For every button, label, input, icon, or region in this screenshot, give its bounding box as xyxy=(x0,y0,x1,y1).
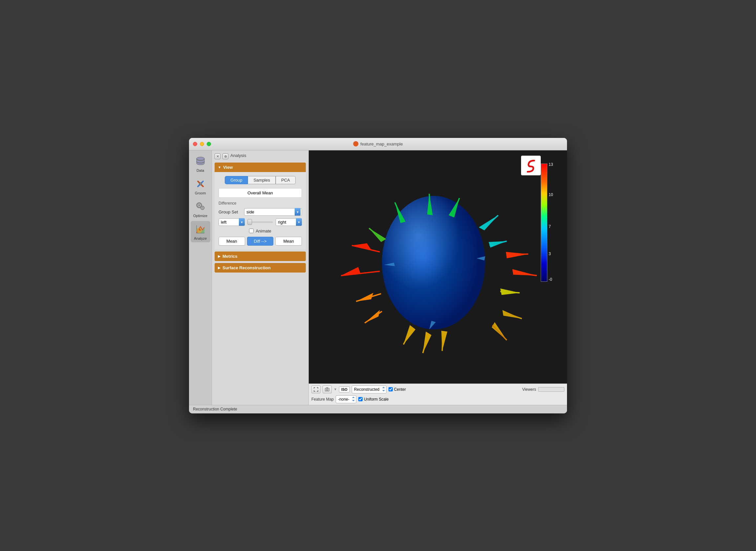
svg-line-44 xyxy=(493,325,507,340)
colorbar-label-13: 13 xyxy=(549,162,553,167)
group-set-select-wrapper: side ▼ xyxy=(244,208,302,216)
toolbar-row-2: Feature Map -none- xyxy=(311,395,564,404)
colorbar-label-3: 3 xyxy=(549,251,551,256)
metrics-panel: ▶ Metrics xyxy=(215,251,306,261)
main-area: Data Groom xyxy=(189,150,567,405)
viewport-toolbar: ▼ ISO Reconstructed xyxy=(309,384,567,405)
svg-line-38 xyxy=(483,215,498,229)
center-checkbox-label: Center xyxy=(389,387,406,392)
metrics-panel-arrow: ▶ xyxy=(218,254,221,258)
overall-mean-button[interactable]: Overall Mean xyxy=(219,188,302,198)
database-icon xyxy=(194,155,207,167)
svg-point-3 xyxy=(199,182,202,185)
statusbar: Reconstruction Complete xyxy=(189,405,567,413)
sidebar-item-groom-label: Groom xyxy=(195,191,206,195)
screenshot-button[interactable] xyxy=(323,386,332,393)
svg-line-18 xyxy=(365,311,382,323)
tab-samples[interactable]: Samples xyxy=(248,176,276,184)
feature-map-select-wrapper: -none- xyxy=(336,395,356,403)
diff-button[interactable]: Diff --> xyxy=(247,237,274,245)
svg-line-24 xyxy=(442,331,443,351)
metrics-panel-title: Metrics xyxy=(222,254,238,259)
view-panel-arrow: ▼ xyxy=(218,165,221,169)
animate-checkbox[interactable] xyxy=(249,228,254,233)
toolbar-row-1: ▼ ISO Reconstructed xyxy=(311,385,564,394)
svg-rect-50 xyxy=(325,388,329,391)
sidebar-item-groom[interactable]: Groom xyxy=(191,176,210,197)
chart-icon xyxy=(194,223,207,235)
mean-right-button[interactable]: Mean xyxy=(275,237,302,245)
viewers-slider[interactable] xyxy=(538,387,564,392)
sidebar-item-optimize[interactable]: Optimize xyxy=(191,198,210,220)
view-panel-title: View xyxy=(223,165,233,170)
panel-close-icon[interactable]: ✕ xyxy=(215,153,221,159)
dropdown-indicator: ▼ xyxy=(334,388,337,391)
uniform-scale-label: Uniform Scale xyxy=(364,397,389,402)
tab-pca[interactable]: PCA xyxy=(276,176,296,184)
viewers-label: Viewers xyxy=(522,387,536,392)
colorbar: 13 10 7 3 -0 xyxy=(551,163,557,288)
mean-left-button[interactable]: Mean xyxy=(219,237,245,245)
slider-thumb[interactable] xyxy=(247,219,252,225)
slider-row: left ▼ right ▼ xyxy=(219,218,302,226)
group-set-select[interactable]: side xyxy=(244,208,302,216)
action-row: Mean Diff --> Mean xyxy=(219,237,302,245)
main-window: feature_map_example Data xyxy=(189,138,567,413)
reconstructed-select[interactable]: Reconstructed xyxy=(352,386,387,393)
gears-icon xyxy=(194,200,207,213)
svg-line-28 xyxy=(507,254,528,255)
title-icon xyxy=(353,141,358,146)
svg-point-7 xyxy=(202,207,203,208)
panel-area: ✕ ⊕ Analysis ▼ View Group Samples PCA xyxy=(212,150,309,405)
viewport-canvas: 13 10 7 3 -0 xyxy=(309,150,567,384)
right-select-wrapper: right ▼ xyxy=(276,218,302,226)
maximize-button[interactable] xyxy=(207,142,211,146)
right-select[interactable]: right xyxy=(276,218,302,226)
view-panel-body: Group Samples PCA Overall Mean Differenc… xyxy=(215,172,306,249)
difference-label: Difference xyxy=(219,201,302,205)
surface-reconstruction-panel: ▶ Surface Reconstruction xyxy=(215,263,306,272)
titlebar: feature_map_example xyxy=(189,138,567,150)
left-select-wrapper: left ▼ xyxy=(219,218,245,226)
fullscreen-button[interactable] xyxy=(311,386,321,393)
tab-group[interactable]: Group xyxy=(225,176,248,184)
minimize-button[interactable] xyxy=(200,142,204,146)
sidebar-item-data-label: Data xyxy=(197,168,204,172)
center-checkbox[interactable] xyxy=(389,387,393,392)
center-label: Center xyxy=(394,387,406,392)
iso-button[interactable]: ISO xyxy=(339,387,350,392)
feature-map-select[interactable]: -none- xyxy=(336,395,356,403)
svg-line-46 xyxy=(369,228,384,240)
view-panel: ▼ View Group Samples PCA Overall Mean Di… xyxy=(215,162,306,249)
window-title: feature_map_example xyxy=(353,141,403,146)
svg-point-5 xyxy=(198,204,200,206)
colorbar-label-0: -0 xyxy=(549,277,552,282)
feature-map-label: Feature Map xyxy=(311,397,334,402)
view-panel-header[interactable]: ▼ View xyxy=(215,162,306,172)
tools-icon xyxy=(194,178,207,190)
colorbar-label-7: 7 xyxy=(549,224,551,229)
svg-line-16 xyxy=(356,294,381,302)
reconstructed-select-wrapper: Reconstructed xyxy=(352,386,387,393)
colorbar-gradient xyxy=(541,163,547,282)
slider-track[interactable] xyxy=(247,221,273,223)
group-set-label: Group Set xyxy=(219,209,241,214)
view-tab-group: Group Samples PCA xyxy=(219,176,302,184)
viewport: 13 10 7 3 -0 xyxy=(309,150,567,405)
sidebar: Data Groom xyxy=(189,150,212,405)
surface-reconstruction-header[interactable]: ▶ Surface Reconstruction xyxy=(215,263,306,272)
left-select[interactable]: left xyxy=(219,218,245,226)
3d-shape xyxy=(309,150,567,384)
sidebar-item-data[interactable]: Data xyxy=(191,153,210,174)
sidebar-item-analyze[interactable]: Analyze xyxy=(191,221,210,242)
group-set-row: Group Set side ▼ xyxy=(219,208,302,216)
close-button[interactable] xyxy=(193,142,197,146)
svg-point-51 xyxy=(326,389,328,391)
animate-row: Animate xyxy=(219,228,302,233)
uniform-scale-checkbox[interactable] xyxy=(358,397,363,401)
surface-reconstruction-arrow: ▶ xyxy=(218,266,221,269)
panel-restore-icon[interactable]: ⊕ xyxy=(222,153,228,159)
metrics-panel-header[interactable]: ▶ Metrics xyxy=(215,251,306,261)
surface-reconstruction-title: Surface Reconstruction xyxy=(222,265,271,270)
colorbar-label-10: 10 xyxy=(549,192,553,197)
